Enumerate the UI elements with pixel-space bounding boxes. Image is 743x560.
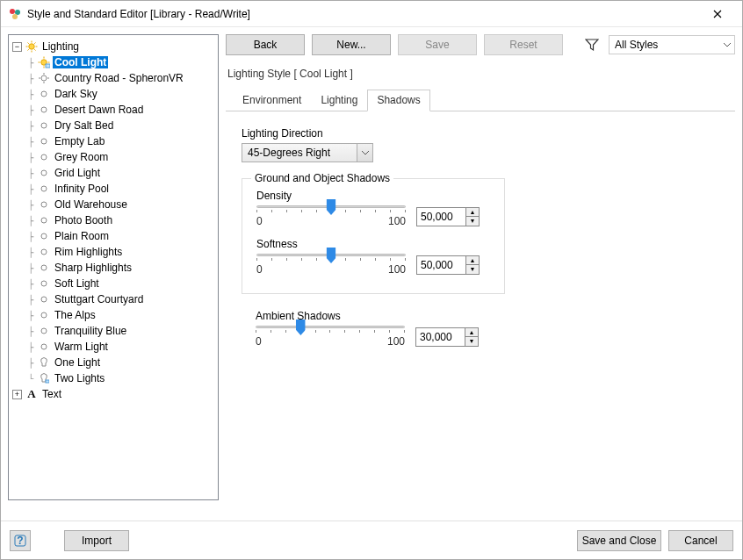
expand-icon[interactable]: + (12, 390, 22, 399)
tree-item-label: Sharp Highlights (53, 262, 133, 274)
ambient-slider[interactable]: 0100 (256, 326, 405, 348)
tab-lighting[interactable]: Lighting (311, 90, 367, 111)
tree-item[interactable]: ├Soft Light (11, 276, 216, 291)
sun-icon (38, 183, 50, 195)
tree-item-label: Rim Highlights (53, 246, 124, 258)
tab-content-shadows: Lighting Direction 45-Degrees Right Grou… (226, 111, 735, 348)
tree-root-lighting[interactable]: − Lighting (11, 39, 216, 54)
tree-item-label: Tranquility Blue (53, 325, 128, 337)
tab-shadows[interactable]: Shadows (367, 90, 429, 111)
tree-item[interactable]: ├Dry Salt Bed (11, 118, 216, 133)
tree-item[interactable]: ├Plain Room (11, 228, 216, 244)
sun-icon (38, 214, 50, 226)
spin-down-icon[interactable]: ▼ (465, 337, 478, 346)
tree-item[interactable]: └Two Lights (11, 370, 216, 386)
tree-item-label: Desert Dawn Road (53, 104, 145, 116)
save-and-close-button[interactable]: Save and Close (577, 530, 661, 551)
slider-thumb[interactable] (296, 319, 306, 335)
softness-label: Softness (256, 238, 490, 250)
lighting-direction-select[interactable]: 45-Degrees Right (242, 143, 373, 162)
tree-item-label: Country Road - SpheronVR (53, 72, 185, 84)
softness-input[interactable] (416, 255, 465, 275)
tree-item[interactable]: ├The Alps (11, 307, 216, 323)
tree-item-label: Grid Light (53, 167, 102, 179)
sun-icon (38, 262, 50, 274)
tree-item-label: Old Warehouse (53, 198, 129, 211)
slider-thumb[interactable] (327, 199, 336, 215)
svg-point-35 (41, 281, 47, 286)
tree-item[interactable]: ├Tranquility Blue (11, 323, 216, 339)
tree-item-label: Photo Booth (53, 214, 114, 226)
ambient-spinner[interactable]: ▲▼ (415, 327, 479, 347)
import-button[interactable]: Import (64, 530, 129, 551)
svg-point-25 (41, 123, 47, 128)
tree-item[interactable]: ├One Light (11, 355, 216, 370)
tab-bar: Environment Lighting Shadows (226, 89, 735, 111)
tree-item[interactable]: ├Stuttgart Courtyard (11, 291, 216, 307)
tree-item-label: Plain Room (53, 230, 111, 242)
filter-icon[interactable] (582, 35, 602, 54)
tree-item[interactable]: ├Grey Room (11, 149, 216, 165)
tree-item[interactable]: ├Warm Light (11, 339, 216, 355)
tree-item[interactable]: ├Sharp Highlights (11, 260, 216, 276)
tree-item[interactable]: ├Photo Booth (11, 212, 216, 228)
close-button[interactable] (700, 2, 735, 26)
style-filter-select[interactable]: All Styles (609, 35, 735, 54)
tree-item[interactable]: ├Country Road - SpheronVR (11, 70, 216, 86)
svg-point-32 (41, 233, 47, 239)
style-filter-value: All Styles (615, 39, 658, 51)
tree-item-cool-light[interactable]: ├ Cool Light (11, 54, 216, 70)
reset-button[interactable]: Reset (484, 34, 563, 55)
svg-point-36 (41, 297, 47, 302)
svg-point-23 (41, 91, 47, 97)
tree-item[interactable]: ├Old Warehouse (11, 197, 216, 212)
tree-root-text[interactable]: + A Text (11, 386, 216, 402)
svg-point-18 (41, 75, 47, 81)
sun-icon (38, 309, 50, 321)
sun-icon (38, 246, 50, 258)
help-button[interactable]: ? (10, 530, 31, 551)
tree-item-label: Infinity Pool (53, 183, 111, 195)
spin-down-icon[interactable]: ▼ (466, 217, 479, 226)
style-title: Lighting Style [ Cool Light ] (227, 68, 735, 80)
softness-spinner[interactable]: ▲▼ (416, 255, 480, 275)
back-button[interactable]: Back (226, 34, 305, 55)
density-block: Density 0100 ▲▼ (256, 190, 490, 227)
collapse-icon[interactable]: − (12, 42, 22, 52)
ambient-input[interactable] (415, 327, 465, 347)
tree-item[interactable]: ├Empty Lab (11, 133, 216, 149)
tree-item[interactable]: ├Infinity Pool (11, 181, 216, 197)
style-tree[interactable]: − Lighting ├ Cool Light ├Country Road - … (8, 34, 219, 500)
svg-point-33 (41, 249, 47, 255)
density-slider[interactable]: 0100 (256, 205, 406, 227)
softness-block: Softness 0100 ▲▼ (256, 238, 490, 276)
new-button[interactable]: New... (312, 34, 391, 55)
cancel-button[interactable]: Cancel (668, 530, 733, 551)
sun-icon (38, 72, 50, 84)
tree-item-label: The Alps (53, 309, 97, 321)
sun-icon (38, 167, 50, 179)
window-title: Style and Standard Editor [Library - Rea… (27, 8, 700, 20)
title-bar: Style and Standard Editor [Library - Rea… (1, 1, 742, 27)
tree-item[interactable]: ├Rim Highlights (11, 244, 216, 260)
slider-thumb[interactable] (327, 248, 336, 263)
density-input[interactable] (416, 207, 465, 226)
spin-down-icon[interactable]: ▼ (466, 265, 479, 274)
svg-point-27 (41, 154, 47, 160)
tree-item[interactable]: ├Grid Light (11, 165, 216, 181)
tree-item-label: Empty Lab (53, 135, 106, 147)
tree-item[interactable]: ├Desert Dawn Road (11, 102, 216, 118)
spin-up-icon[interactable]: ▲ (465, 328, 478, 338)
svg-point-28 (41, 170, 47, 176)
lighting-direction-value: 45-Degrees Right (242, 147, 330, 159)
tab-environment[interactable]: Environment (233, 90, 311, 111)
spin-up-icon[interactable]: ▲ (466, 256, 479, 266)
footer-bar: ? Import Save and Close Cancel (1, 521, 742, 559)
sun-icon (38, 277, 50, 290)
sun-icon (38, 104, 50, 116)
spin-up-icon[interactable]: ▲ (466, 208, 479, 218)
save-button[interactable]: Save (398, 34, 477, 55)
tree-item[interactable]: ├Dark Sky (11, 86, 216, 102)
softness-slider[interactable]: 0100 (256, 254, 406, 276)
density-spinner[interactable]: ▲▼ (416, 207, 480, 226)
